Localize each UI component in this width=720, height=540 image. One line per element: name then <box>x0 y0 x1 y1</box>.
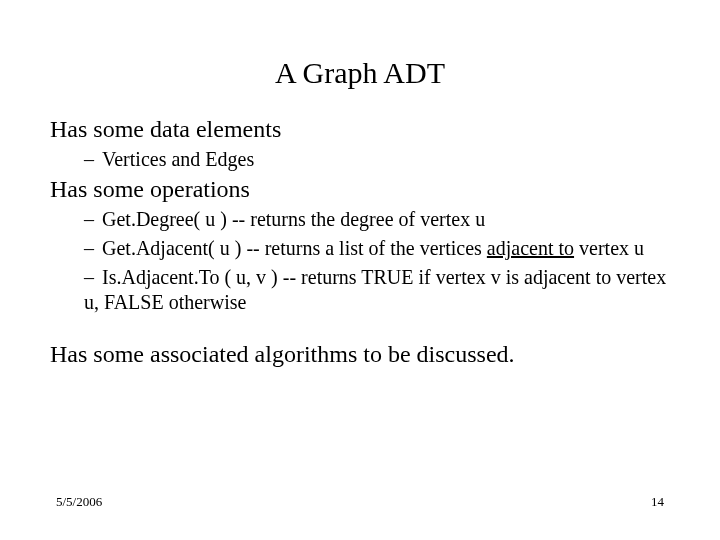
dash-icon: – <box>84 207 102 232</box>
section-heading: Has some associated algorithms to be dis… <box>50 341 670 368</box>
bullet-item: –Vertices and Edges <box>84 147 670 172</box>
footer-date: 5/5/2006 <box>56 494 102 510</box>
bullet-text: Is.Adjacent.To ( u, v ) -- returns TRUE … <box>84 266 666 313</box>
slide: A Graph ADT Has some data elements –Vert… <box>0 0 720 540</box>
dash-icon: – <box>84 147 102 172</box>
slide-title: A Graph ADT <box>0 56 720 90</box>
bullet-text-underline: adjacent to <box>487 237 574 259</box>
bullet-text: Get.Degree( u ) -- returns the degree of… <box>102 208 485 230</box>
section-heading: Has some operations <box>50 176 670 203</box>
bullet-text-pre: Get.Adjacent( u ) -- returns a list of t… <box>102 237 487 259</box>
bullet-item: –Is.Adjacent.To ( u, v ) -- returns TRUE… <box>84 265 670 315</box>
bullet-item: –Get.Degree( u ) -- returns the degree o… <box>84 207 670 232</box>
dash-icon: – <box>84 265 102 290</box>
bullet-text-post: vertex u <box>574 237 644 259</box>
dash-icon: – <box>84 236 102 261</box>
bullet-item: –Get.Adjacent( u ) -- returns a list of … <box>84 236 670 261</box>
section-heading: Has some data elements <box>50 116 670 143</box>
bullet-text: Vertices and Edges <box>102 148 254 170</box>
footer-page-number: 14 <box>651 494 664 510</box>
slide-body: Has some data elements –Vertices and Edg… <box>50 112 670 370</box>
